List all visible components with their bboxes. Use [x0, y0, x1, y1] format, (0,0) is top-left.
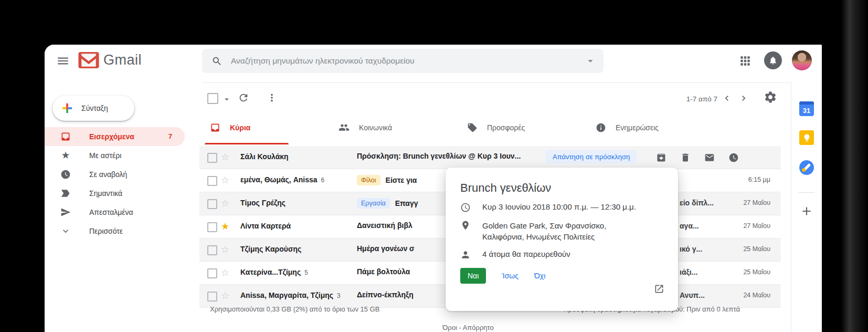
google-apps-icon[interactable] — [738, 54, 752, 68]
row-checkbox[interactable] — [207, 292, 217, 302]
compose-plus-icon — [61, 102, 73, 114]
select-dropdown-caret-icon[interactable] — [222, 95, 231, 104]
rsvp-maybe-button[interactable]: Ίσως — [502, 272, 518, 280]
row-checkbox[interactable] — [207, 268, 217, 278]
sidebar-item-starred[interactable]: ★ Με αστέρι — [45, 146, 199, 165]
email-row[interactable]: ☆ Σάλι Κουλάκη Πρόσκληση: Brunch γενεθλί… — [199, 146, 781, 169]
email-date: 24 Μαΐου — [743, 292, 770, 299]
thread-count: 3 — [337, 292, 341, 299]
rsvp-no-button[interactable]: Όχι — [534, 272, 545, 280]
row-star-icon[interactable]: ☆ — [221, 290, 229, 301]
google-keep-icon[interactable] — [799, 130, 814, 145]
inbox-unread-count: 7 — [168, 133, 172, 140]
sidebar-item-label: Σε αναβολή — [89, 170, 127, 179]
sidebar-item-sent[interactable]: Απεσταλμένα — [45, 203, 199, 222]
tab-label: Κοινωνικά — [359, 123, 392, 132]
search-input[interactable]: Αναζήτηση μηνυμάτων ηλεκτρονικού ταχυδρο… — [231, 56, 585, 66]
thread-count: 6 — [321, 177, 325, 184]
email-sender: Anissa, Μαργαρίτα, Τζίμης3 — [240, 291, 352, 299]
email-snippet-fragment: Ανυπ... — [680, 291, 705, 299]
sidebar-item-snoozed[interactable]: Σε αναβολή — [45, 165, 199, 184]
row-checkbox[interactable] — [207, 199, 217, 209]
label-chip[interactable]: Φίλοι — [357, 175, 380, 185]
event-title: Brunch γενεθλίων — [460, 181, 663, 195]
sidebar-item-label: Απεσταλμένα — [89, 208, 133, 216]
row-hover-actions — [656, 152, 739, 163]
header-divider — [202, 82, 791, 83]
addons-divider — [799, 192, 814, 193]
event-attendees-row: 4 άτομα θα παρευρεθούν — [460, 250, 663, 260]
rsvp-buttons: Ναι Ίσως Όχι — [460, 268, 663, 284]
snooze-clock-icon[interactable] — [728, 152, 739, 163]
row-checkbox[interactable] — [207, 176, 217, 186]
email-subject: Δείπνο-έκπληξη — [357, 290, 414, 299]
send-icon — [60, 207, 71, 217]
row-star-icon[interactable]: ☆ — [221, 175, 229, 185]
open-in-new-icon[interactable] — [654, 284, 664, 294]
archive-icon[interactable] — [656, 152, 666, 163]
email-subject: Πάμε βολτούλα — [357, 267, 410, 276]
search-icon[interactable] — [211, 56, 223, 67]
email-date: 27 Μαΐου — [743, 199, 770, 206]
row-checkbox[interactable] — [207, 153, 217, 163]
clock-icon — [60, 169, 71, 180]
pagination-range: 1-7 από 7 — [686, 95, 717, 103]
clock-outline-icon — [460, 202, 471, 213]
email-snippet-fragment: ιάξι... — [680, 268, 697, 276]
label-chip[interactable]: Εργασία — [357, 198, 390, 209]
sidebar-item-label: Περισσότε — [89, 227, 123, 235]
tab-updates[interactable]: Ενημερώσεις — [588, 110, 717, 144]
search-bar[interactable]: Αναζήτηση μηνυμάτων ηλεκτρονικού ταχυδρο… — [202, 49, 604, 73]
inbox-icon — [210, 122, 220, 133]
tab-promotions[interactable]: Προσφορές — [460, 110, 588, 144]
refresh-icon[interactable] — [238, 92, 249, 103]
tab-label: Κύρια — [230, 123, 250, 132]
rsvp-invitation-button[interactable]: Απάντηση σε πρόσκληση — [546, 150, 637, 163]
newer-page-chevron-icon[interactable] — [722, 93, 732, 103]
people-icon — [338, 122, 350, 133]
select-all-checkbox[interactable] — [207, 93, 218, 104]
row-star-icon[interactable]: ☆ — [221, 152, 229, 162]
notifications-bell-icon[interactable] — [764, 51, 782, 69]
info-icon — [596, 122, 606, 133]
mark-read-envelope-icon[interactable] — [704, 152, 715, 163]
row-star-icon[interactable]: ☆ — [221, 244, 229, 255]
search-options-caret-icon[interactable] — [585, 55, 596, 67]
row-star-icon-starred[interactable]: ★ — [221, 221, 229, 232]
sidebar-item-label: Σημαντικά — [89, 189, 122, 198]
sidebar-item-inbox[interactable]: Εισερχόμενα 7 — [45, 127, 185, 146]
settings-gear-icon[interactable] — [764, 90, 777, 104]
row-star-icon[interactable]: ☆ — [221, 198, 229, 209]
email-subject: Εργασία Επαγγ — [357, 198, 418, 209]
main-menu-icon[interactable] — [56, 54, 70, 68]
calendar-day-number: 31 — [803, 105, 810, 116]
compose-button[interactable]: Σύνταξη — [52, 96, 134, 121]
user-avatar[interactable] — [792, 50, 812, 70]
tab-label: Προσφορές — [487, 123, 525, 132]
gmail-logo[interactable]: Gmail — [78, 52, 142, 68]
email-subject: Δανειστική βιβλ — [357, 221, 412, 230]
google-tasks-icon[interactable] — [799, 160, 814, 175]
email-date: 27 Μαΐου — [743, 222, 770, 230]
row-checkbox[interactable] — [207, 245, 217, 255]
sidebar-item-important[interactable]: Σημαντικά — [45, 184, 199, 203]
email-snippet-fragment: αγα... — [680, 222, 699, 230]
rsvp-yes-button[interactable]: Ναι — [460, 268, 486, 284]
tab-primary[interactable]: Κύρια — [203, 110, 331, 144]
event-location-row: Golden Gate Park, Σαν Φρανσίσκο, Καλιφόρ… — [460, 220, 663, 242]
terms-privacy-links[interactable]: Όροι - Απόρρητο — [431, 324, 505, 331]
sidebar-item-more[interactable]: Περισσότε — [45, 222, 199, 241]
row-checkbox[interactable] — [207, 222, 217, 232]
google-calendar-icon[interactable]: 31 — [799, 101, 814, 116]
older-page-chevron-icon[interactable] — [738, 93, 749, 103]
delete-icon[interactable] — [680, 152, 691, 163]
tab-social[interactable]: Κοινωνικά — [331, 110, 460, 144]
tab-label: Ενημερώσεις — [616, 123, 659, 132]
device-bezel-edge — [822, 0, 868, 332]
get-addons-plus-icon[interactable] — [800, 204, 813, 218]
location-pin-icon — [460, 220, 471, 231]
row-star-icon[interactable]: ☆ — [221, 267, 229, 278]
compose-label: Σύνταξη — [81, 104, 108, 112]
more-options-icon[interactable] — [266, 92, 278, 103]
tag-icon — [467, 122, 478, 133]
